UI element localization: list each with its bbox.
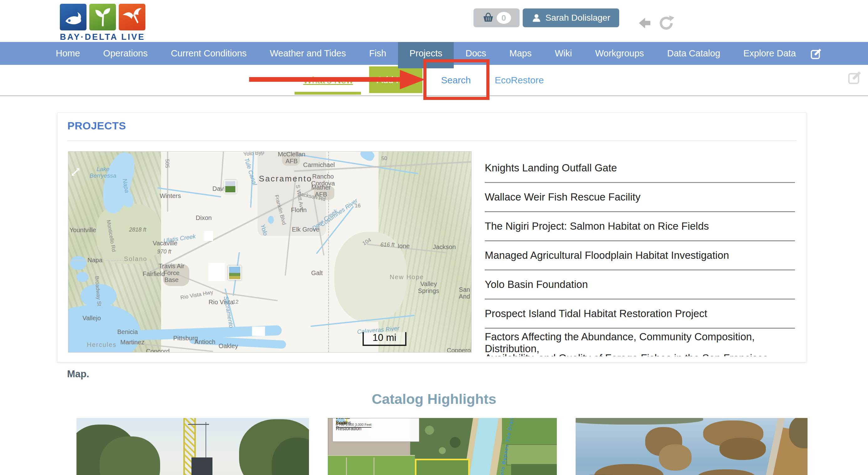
projects-heading: PROJECTS xyxy=(67,120,126,132)
catalog-image-crane[interactable] xyxy=(76,418,309,475)
project-list-item[interactable]: Yolo Basin Foundation xyxy=(485,271,795,299)
map-marker-blank[interactable] xyxy=(252,326,265,336)
main-nav-items: HomeOperationsCurrent ConditionsWeather … xyxy=(0,42,808,65)
project-list-item[interactable]: Knights Landing Outfall Gate xyxy=(485,154,795,183)
annotation-arrow xyxy=(249,77,401,82)
projects-heading-divider xyxy=(67,140,797,141)
project-list-item[interactable]: Wallace Weir Fish Rescue Facility xyxy=(485,183,795,212)
map-caption: Map. xyxy=(67,369,89,380)
field xyxy=(506,444,557,465)
catalog-image-flyway-farms-map[interactable]: Flyway Farms Tidal Restoration Water Bod… xyxy=(328,418,557,475)
restoration-parcel-outline xyxy=(415,459,470,475)
nav-item-operations[interactable]: Operations xyxy=(92,42,159,65)
field xyxy=(511,464,557,475)
nav-item-weather-and-tides[interactable]: Weather and Tides xyxy=(258,42,358,65)
refresh-icon[interactable] xyxy=(658,15,674,31)
nav-item-current-conditions[interactable]: Current Conditions xyxy=(159,42,258,65)
trees xyxy=(719,438,766,460)
expand-icon xyxy=(71,167,80,177)
crane-cable xyxy=(206,422,206,462)
nav-item-fish[interactable]: Fish xyxy=(358,42,398,65)
field-line xyxy=(346,457,347,475)
map-marker-photo-group[interactable] xyxy=(224,180,236,193)
crane-jib xyxy=(188,424,209,425)
annotation-box xyxy=(423,59,490,100)
site-logo[interactable]: BAY·DELTA LIVE xyxy=(60,4,146,42)
plant-logo-icon xyxy=(89,4,116,30)
field-line xyxy=(374,457,374,475)
nav-item-wiki[interactable]: Wiki xyxy=(543,42,584,65)
map-markers-layer xyxy=(68,152,471,352)
map-marker-blank[interactable] xyxy=(208,263,225,281)
projects-map[interactable]: Lake BerryessaNapa505WintersDavisTule Ca… xyxy=(68,151,472,352)
user-icon xyxy=(532,13,541,23)
photo-map-legend: Flyway Farms Tidal Restoration Water Bod… xyxy=(333,418,420,442)
trees xyxy=(659,444,691,471)
trees xyxy=(576,418,703,424)
nav-item-home[interactable]: Home xyxy=(44,42,92,65)
legend-scale-bar: 0 750 1,500 3,000 Feet xyxy=(336,423,372,428)
page: BAY·DELTA LIVE 0 Sarah Dolislager HomeOp… xyxy=(0,0,868,475)
nav-item-maps[interactable]: Maps xyxy=(498,42,544,65)
subnav-edit-icon[interactable] xyxy=(848,70,862,84)
catalog-highlights-heading: Catalog Highlights xyxy=(0,391,868,407)
project-list-item[interactable]: Prospect Island Tidal Habitat Restoratio… xyxy=(485,299,795,329)
tab-ecorestore[interactable]: EcoRestore xyxy=(495,75,544,86)
bird-logo-icon xyxy=(119,4,146,30)
project-list-item[interactable]: Managed Agricultural Floodplain Habitat … xyxy=(485,241,795,271)
cart-count-badge: 0 xyxy=(497,12,511,24)
map-marker-blank[interactable] xyxy=(204,231,213,241)
cart-button[interactable]: 0 xyxy=(473,8,520,27)
nav-edit-icon[interactable] xyxy=(811,48,822,59)
user-name: Sarah Dolislager xyxy=(546,13,611,23)
project-title-clipped: Availability, and Quality of Forage Fish… xyxy=(485,352,795,356)
annotation-arrow-head xyxy=(400,70,425,89)
project-list: Knights Landing Outfall GateWallace Weir… xyxy=(485,154,795,357)
nav-item-workgroups[interactable]: Workgroups xyxy=(584,42,655,65)
trees xyxy=(594,464,664,475)
map-marker-photo-lake[interactable] xyxy=(228,266,241,280)
basket-icon xyxy=(482,12,494,23)
brand-name: BAY·DELTA LIVE xyxy=(60,32,146,42)
nav-item-data-catalog[interactable]: Data Catalog xyxy=(655,42,732,65)
fish-logo-icon xyxy=(60,4,87,30)
catalog-row: Flyway Farms Tidal Restoration Water Bod… xyxy=(76,418,808,475)
logo-tiles xyxy=(60,4,146,30)
back-arrow-icon[interactable] xyxy=(638,17,653,30)
active-tab-indicator xyxy=(294,92,361,95)
catalog-image-flooded-habitat[interactable] xyxy=(576,418,808,475)
project-list-item[interactable]: The Nigiri Project: Salmon Habitat on Ri… xyxy=(485,212,795,241)
user-button[interactable]: Sarah Dolislager xyxy=(523,8,619,27)
map-scale-bar: 10 mi xyxy=(363,332,406,346)
header: BAY·DELTA LIVE 0 Sarah Dolislager xyxy=(0,0,868,42)
trees xyxy=(696,469,756,475)
field xyxy=(328,455,415,475)
equipment-panel xyxy=(191,457,213,475)
projects-card: PROJECTS xyxy=(57,113,807,362)
nav-item-explore-data[interactable]: Explore Data xyxy=(732,42,808,65)
marsh xyxy=(410,418,474,459)
